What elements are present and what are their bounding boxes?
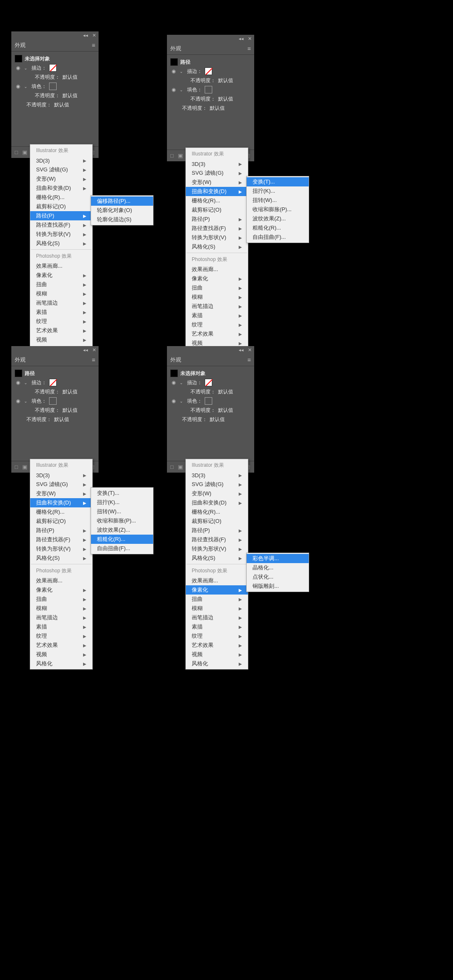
collapse-icon[interactable]: ◂◂ xyxy=(239,347,244,353)
new-fill-icon[interactable]: □ xyxy=(15,149,18,155)
new-stroke-icon[interactable]: ▣ xyxy=(178,153,183,159)
submenu-item[interactable]: 自由扭曲(F)... xyxy=(247,233,309,242)
menu-item[interactable]: 栅格化(R)... xyxy=(30,507,92,517)
submenu-item[interactable]: 点状化... xyxy=(247,572,309,582)
fx-menu-4[interactable]: Illustrator 效果3D(3)▶SVG 滤镜(G)▶变形(W)▶扭曲和变… xyxy=(185,459,248,670)
submenu-item[interactable]: 波纹效果(Z)... xyxy=(247,214,309,223)
menu-item[interactable]: 风格化(S)▶ xyxy=(30,553,92,563)
menu-item[interactable]: 纹理▶ xyxy=(30,631,92,641)
menu-item[interactable]: 扭曲▶ xyxy=(30,280,92,289)
stroke-row[interactable]: ◉ ⌄ 描边： xyxy=(11,378,99,387)
menu-item[interactable]: 扭曲和变换(D)▶ xyxy=(186,187,248,196)
menu-item[interactable]: 扭曲▶ xyxy=(30,595,92,604)
submenu-item[interactable]: 波纹效果(Z)... xyxy=(91,525,153,535)
new-fill-icon[interactable]: □ xyxy=(170,153,174,159)
menu-item[interactable]: 路径查找器(F)▶ xyxy=(186,535,248,544)
stroke-opacity-row[interactable]: 不透明度： 默认值 xyxy=(167,387,254,396)
fill-swatch[interactable] xyxy=(49,397,57,405)
menu-item[interactable]: 像素化▶ xyxy=(30,271,92,280)
panel-menu-icon[interactable]: ≡ xyxy=(247,357,251,363)
fill-row[interactable]: ◉ ⌄ 填色： xyxy=(11,82,99,91)
menu-item[interactable]: SVG 滤镜(G)▶ xyxy=(30,165,92,174)
fx-menu-3[interactable]: Illustrator 效果3D(3)▶SVG 滤镜(G)▶变形(W)▶扭曲和变… xyxy=(30,459,93,670)
menu-item[interactable]: 裁剪标记(O) xyxy=(30,202,92,211)
menu-item[interactable]: 效果画廊... xyxy=(186,576,248,585)
visibility-icon[interactable]: ◉ xyxy=(15,398,21,404)
submenu-item[interactable]: 铜版雕刻... xyxy=(247,582,309,591)
object-opacity-row[interactable]: 不透明度： 默认值 xyxy=(167,415,254,424)
menu-item[interactable]: 素描▶ xyxy=(186,311,248,320)
fx-menu-2[interactable]: Illustrator 效果3D(3)▶SVG 滤镜(G)▶变形(W)▶扭曲和变… xyxy=(185,147,248,358)
fx-submenu-pixelate[interactable]: 彩色半调...晶格化...点状化...铜版雕刻... xyxy=(246,553,309,592)
chevron-down-icon[interactable]: ⌄ xyxy=(24,66,29,70)
menu-item[interactable]: 3D(3)▶ xyxy=(30,471,92,480)
new-stroke-icon[interactable]: ▣ xyxy=(22,464,27,470)
submenu-item[interactable]: 偏移路径(P)... xyxy=(91,197,153,206)
chevron-down-icon[interactable]: ⌄ xyxy=(180,69,185,74)
menu-item[interactable]: 裁剪标记(O) xyxy=(186,205,248,215)
menu-item[interactable]: 变形(W)▶ xyxy=(30,489,92,498)
submenu-item[interactable]: 粗糙化(R)... xyxy=(247,223,309,233)
visibility-icon[interactable]: ◉ xyxy=(15,65,21,71)
menu-item[interactable]: 艺术效果▶ xyxy=(186,329,248,339)
menu-item[interactable]: 纹理▶ xyxy=(186,320,248,329)
menu-item[interactable]: 栅格化(R)... xyxy=(186,507,248,517)
menu-item[interactable]: 3D(3)▶ xyxy=(186,471,248,480)
submenu-item[interactable]: 自由扭曲(F)... xyxy=(91,544,153,553)
menu-item[interactable]: 视频▶ xyxy=(30,335,92,344)
stroke-swatch[interactable] xyxy=(205,379,212,386)
chevron-down-icon[interactable]: ⌄ xyxy=(180,88,185,92)
menu-item[interactable]: 路径查找器(F)▶ xyxy=(30,535,92,544)
panel-menu-icon[interactable]: ≡ xyxy=(92,42,95,49)
menu-item[interactable]: 路径查找器(F)▶ xyxy=(30,220,92,230)
collapse-icon[interactable]: ◂◂ xyxy=(239,36,244,41)
menu-item[interactable]: SVG 滤镜(G)▶ xyxy=(186,480,248,489)
visibility-icon[interactable]: ◉ xyxy=(170,380,177,385)
stroke-row[interactable]: ◉ ⌄ 描边： xyxy=(167,67,254,76)
menu-item[interactable]: 艺术效果▶ xyxy=(30,641,92,650)
menu-item[interactable]: 转换为形状(V)▶ xyxy=(30,230,92,239)
menu-item[interactable]: 路径(P)▶ xyxy=(186,526,248,535)
visibility-icon[interactable]: ◉ xyxy=(15,380,21,385)
fx-menu-1[interactable]: Illustrator 效果3D(3)▶SVG 滤镜(G)▶变形(W)▶扭曲和变… xyxy=(30,144,93,355)
close-icon[interactable]: ✕ xyxy=(92,347,96,353)
close-icon[interactable]: ✕ xyxy=(248,347,252,353)
close-icon[interactable]: ✕ xyxy=(92,33,96,38)
menu-item[interactable]: 路径(P)▶ xyxy=(186,215,248,224)
stroke-opacity-row[interactable]: 不透明度： 默认值 xyxy=(11,387,99,396)
close-icon[interactable]: ✕ xyxy=(248,36,252,41)
chevron-down-icon[interactable]: ⌄ xyxy=(180,399,185,403)
fill-opacity-row[interactable]: 不透明度： 默认值 xyxy=(167,94,254,103)
menu-item[interactable]: 路径查找器(F)▶ xyxy=(186,224,248,233)
menu-item[interactable]: 变形(W)▶ xyxy=(186,178,248,187)
menu-item[interactable]: SVG 滤镜(G)▶ xyxy=(186,168,248,178)
chevron-down-icon[interactable]: ⌄ xyxy=(24,84,29,89)
new-fill-icon[interactable]: □ xyxy=(15,464,18,470)
menu-item[interactable]: 3D(3)▶ xyxy=(186,159,248,168)
fill-swatch[interactable] xyxy=(205,86,212,93)
menu-item[interactable]: 转换为形状(V)▶ xyxy=(186,233,248,242)
menu-item[interactable]: 像素化▶ xyxy=(30,585,92,595)
menu-item[interactable]: 素描▶ xyxy=(186,622,248,631)
menu-item[interactable]: 画笔描边▶ xyxy=(30,613,92,622)
visibility-icon[interactable]: ◉ xyxy=(170,87,177,93)
menu-item[interactable]: 画笔描边▶ xyxy=(30,298,92,308)
menu-item[interactable]: 效果画廊... xyxy=(30,261,92,271)
submenu-item[interactable]: 轮廓化描边(S) xyxy=(91,215,153,224)
fill-opacity-row[interactable]: 不透明度： 默认值 xyxy=(11,406,99,415)
submenu-item[interactable]: 晶格化... xyxy=(247,563,309,572)
stroke-opacity-row[interactable]: 不透明度： 默认值 xyxy=(11,72,99,82)
submenu-item[interactable]: 收缩和膨胀(P)... xyxy=(91,516,153,525)
menu-item[interactable]: 路径(P)▶ xyxy=(30,526,92,535)
menu-item[interactable]: 扭曲▶ xyxy=(186,283,248,292)
fill-row[interactable]: ◉ ⌄ 填色： xyxy=(167,85,254,94)
menu-item[interactable]: 画笔描边▶ xyxy=(186,302,248,311)
menu-item[interactable]: 裁剪标记(O) xyxy=(186,517,248,526)
submenu-item[interactable]: 扭拧(K)... xyxy=(91,498,153,507)
menu-item[interactable]: 纹理▶ xyxy=(186,631,248,641)
submenu-item[interactable]: 彩色半调... xyxy=(247,554,309,563)
fx-submenu-distort-1[interactable]: 变换(T)...扭拧(K)...扭转(W)...收缩和膨胀(P)...波纹效果(… xyxy=(246,176,309,243)
fill-swatch[interactable] xyxy=(49,83,57,90)
submenu-item[interactable]: 变换(T)... xyxy=(247,177,309,186)
menu-item[interactable]: 艺术效果▶ xyxy=(30,326,92,335)
